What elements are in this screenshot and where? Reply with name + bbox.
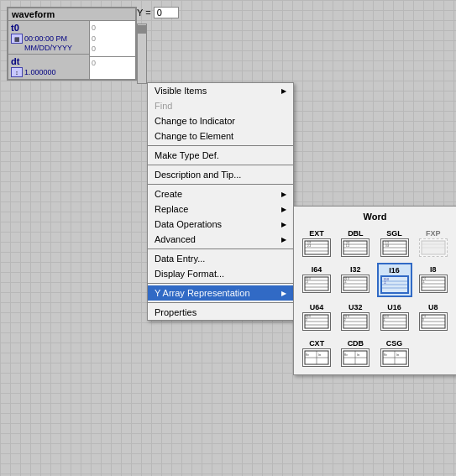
type-label-fxp: FXP — [426, 229, 441, 238]
svg-text:Im: Im — [357, 353, 360, 357]
svg-text:-1: -1 — [384, 281, 386, 285]
y-value: 0 — [154, 7, 179, 18]
type-img-i32: 31 0 -1 — [341, 275, 370, 293]
svg-text:-3: -3 — [306, 280, 308, 284]
type-label-ext: EXT — [309, 229, 324, 238]
type-icon-u32[interactable]: U32 31 0 2 — [338, 301, 373, 333]
menu-item-change-element[interactable]: Change to Element — [148, 128, 293, 144]
type-label-csg: CSG — [386, 339, 403, 348]
menu-item-data-entry[interactable]: Data Entry... — [148, 251, 293, 266]
menu-item-y-array-rep[interactable]: Y Array Representation ▶ — [148, 285, 293, 301]
type-icon-sgl[interactable]: SGL 1.5 0.8 — [377, 227, 412, 259]
type-icon-csg[interactable]: CSG Re Im — [377, 337, 412, 369]
menu-item-desc-tip[interactable]: Description and Tip... — [148, 167, 293, 182]
type-svg-u64: 63 0 3 — [304, 314, 329, 329]
menu-arrow-data-ops: ▶ — [281, 221, 286, 228]
type-icon-cdb[interactable]: CDB Re Im — [338, 337, 373, 369]
type-svg-u32: 31 0 2 — [343, 314, 368, 329]
type-label-dbl: DBL — [348, 229, 364, 238]
type-img-u8: 7 0 0 — [419, 312, 448, 331]
separator-3 — [148, 184, 293, 185]
menu-label-visible-items: Visible Items — [155, 86, 207, 96]
menu-label-replace: Replace — [155, 204, 188, 214]
type-img-fxp — [419, 238, 448, 257]
type-img-u16: 15 0 1 — [380, 312, 409, 331]
type-label-i32: I32 — [350, 265, 361, 274]
svg-text:Im: Im — [396, 353, 400, 357]
svg-text:2.3: 2.3 — [307, 244, 312, 248]
menu-label-find: Find — [155, 101, 172, 111]
type-img-cxt: Re Im — [302, 348, 331, 367]
type-label-i8: I8 — [430, 265, 437, 274]
type-icon-i32[interactable]: I32 31 0 -1 — [338, 263, 373, 297]
svg-text:-1: -1 — [344, 280, 347, 284]
type-img-u64: 63 0 3 — [302, 312, 331, 331]
svg-text:Re: Re — [306, 353, 309, 357]
menu-arrow-create: ▶ — [281, 191, 286, 198]
type-label-u16: U16 — [387, 303, 401, 311]
menu-label-data-ops: Data Operations — [155, 219, 222, 229]
icon-grid: EXT 5.8 2.3 DBL — [299, 227, 451, 369]
type-icon-ext[interactable]: EXT 5.8 2.3 — [299, 227, 334, 259]
context-menu: Visible Items ▶ Find Change to Indicator… — [147, 82, 294, 321]
menu-arrow-visible-items: ▶ — [281, 87, 286, 95]
type-svg-fxp — [421, 240, 446, 255]
menu-item-make-type[interactable]: Make Type Def. — [148, 148, 293, 163]
t0-row: t0 ▦ 00:00:00 PM MM/DD/YYYY — [8, 21, 89, 55]
menu-label-change-element: Change to Element — [155, 131, 233, 141]
type-icon-u64[interactable]: U64 63 0 3 — [299, 301, 334, 333]
type-icon-fxp: FXP — [416, 227, 451, 259]
type-icon-dbl[interactable]: DBL 3.4 1.2 — [338, 227, 373, 259]
menu-item-properties[interactable]: Properties — [148, 305, 293, 320]
type-icon-u16[interactable]: U16 15 0 1 — [377, 301, 412, 333]
menu-item-replace[interactable]: Replace ▶ — [148, 201, 293, 217]
type-img-i8: 7 0 -1 — [419, 275, 448, 293]
menu-item-display-format[interactable]: Display Format... — [148, 266, 293, 281]
type-img-csg: Re Im — [380, 348, 409, 367]
menu-item-change-indicator[interactable]: Change to Indicator — [148, 113, 293, 128]
type-label-cdb: CDB — [348, 339, 364, 348]
t0-date-format: MM/DD/YYYY — [24, 44, 86, 52]
type-label-u8: U8 — [428, 303, 438, 311]
type-svg-ext: 5.8 2.3 — [304, 240, 329, 255]
svg-text:Re: Re — [344, 353, 348, 357]
menu-item-data-ops[interactable]: Data Operations ▶ — [148, 217, 293, 232]
menu-arrow-advanced: ▶ — [281, 236, 286, 243]
type-img-dbl: 3.4 1.2 — [341, 238, 370, 257]
type-img-i64: 63 0 -3 — [302, 275, 331, 293]
menu-item-advanced[interactable]: Advanced ▶ — [148, 232, 293, 247]
svg-text:-1: -1 — [422, 280, 425, 284]
dt-icon: ↕ — [11, 67, 23, 77]
dt-value-cell: 0 — [90, 57, 135, 78]
type-img-ext: 5.8 2.3 — [302, 238, 331, 257]
menu-item-create[interactable]: Create ▶ — [148, 186, 293, 201]
svg-text:Im: Im — [318, 353, 322, 357]
menu-arrow-y-array-rep: ▶ — [281, 290, 286, 297]
submenu-title: Word — [299, 212, 451, 222]
type-label-cxt: CXT — [309, 339, 324, 348]
menu-item-visible-items[interactable]: Visible Items ▶ — [148, 83, 293, 98]
type-img-u32: 31 0 2 — [341, 312, 370, 331]
t0-icon: ▦ — [11, 34, 23, 44]
type-icon-i8[interactable]: I8 7 0 -1 — [416, 263, 451, 297]
menu-label-y-array-rep: Y Array Representation — [155, 288, 250, 298]
separator-6 — [148, 302, 293, 303]
t0-time: 00:00:00 PM — [24, 34, 67, 43]
names-column: t0 ▦ 00:00:00 PM MM/DD/YYYY dt ↕ 1.00000… — [8, 21, 89, 79]
type-icon-i16[interactable]: I16 15 0 -1 — [377, 263, 412, 297]
dt-icon-row: ↕ 1.000000 — [11, 67, 86, 77]
type-svg-cxt: Re Im — [304, 350, 329, 365]
scroll-bar[interactable] — [137, 24, 147, 84]
values-column: 0 0 0 0 — [89, 21, 135, 79]
type-icon-u8[interactable]: U8 7 0 0 — [416, 301, 451, 333]
dt-value: 1.000000 — [24, 68, 56, 76]
type-svg-i32: 31 0 -1 — [343, 276, 368, 291]
type-svg-u8: 7 0 0 — [421, 314, 446, 329]
menu-label-create: Create — [155, 189, 182, 199]
separator-2 — [148, 165, 293, 165]
submenu-array-representation: Word EXT 5.8 2.3 DBL — [293, 206, 456, 375]
type-icon-cxt[interactable]: CXT Re Im — [299, 337, 334, 369]
type-svg-csg: Re Im — [382, 350, 407, 365]
type-icon-i64[interactable]: I64 63 0 -3 — [299, 263, 334, 297]
menu-arrow-replace: ▶ — [281, 206, 286, 213]
